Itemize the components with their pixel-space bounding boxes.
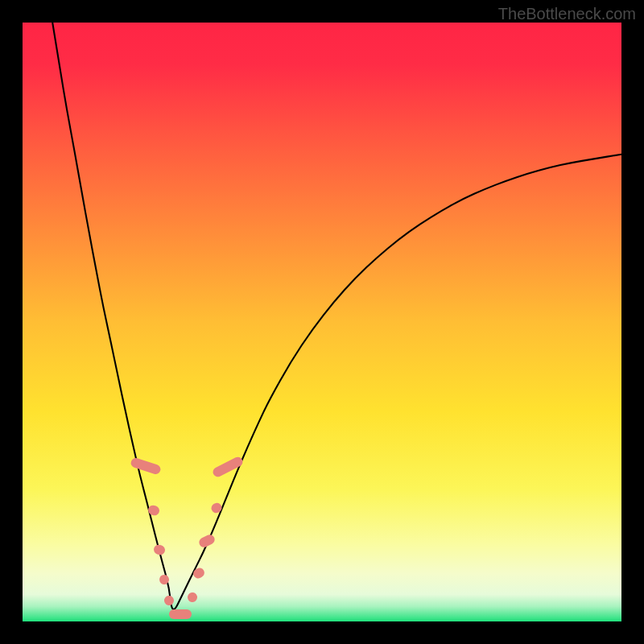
data-marker — [169, 609, 192, 619]
watermark-text: TheBottleneck.com — [498, 5, 636, 23]
chart-plot-area — [23, 23, 621, 621]
bottleneck-curve — [23, 23, 621, 621]
